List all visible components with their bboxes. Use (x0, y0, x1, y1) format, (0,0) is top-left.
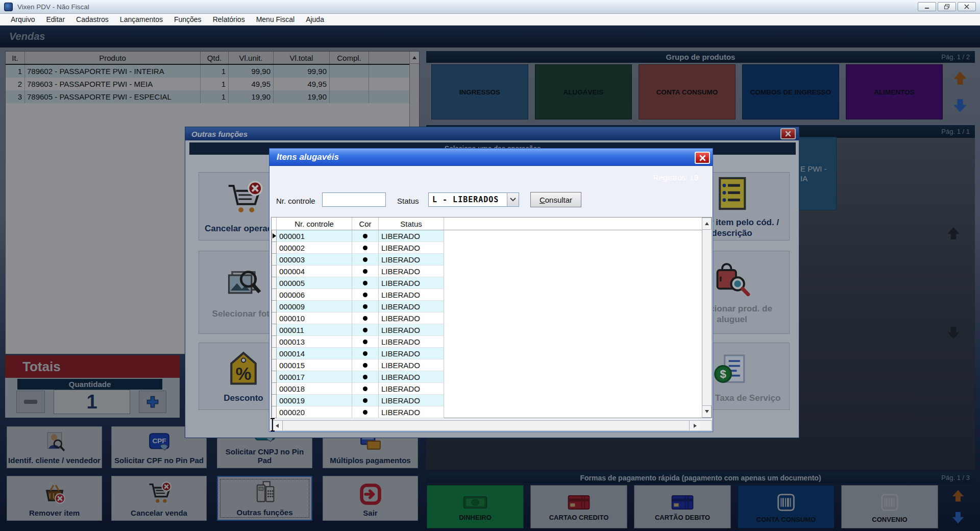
color-dot-icon (363, 340, 368, 344)
cell-status: LIBERADO (379, 383, 444, 395)
cell-nr-controle: 000018 (277, 383, 352, 395)
itens-dialog-close-button[interactable] (695, 152, 710, 164)
cell-nr-controle: 000020 (277, 406, 352, 418)
rental-row[interactable]: 000010LIBERADO (272, 312, 703, 324)
rental-row[interactable]: 000009LIBERADO (272, 301, 703, 312)
consultar-button[interactable]: Consultar (530, 192, 581, 207)
rental-row[interactable]: 000018LIBERADO (272, 383, 703, 395)
cell-cor (352, 254, 379, 266)
cell-nr-controle: 000006 (277, 289, 352, 301)
app-window: Vixen PDV - Não Fiscal ArquivoEditarCada… (0, 0, 980, 531)
current-row-marker (273, 233, 276, 238)
rental-row[interactable]: 000003LIBERADO (272, 254, 703, 266)
cell-cor (352, 406, 379, 418)
close-icon (964, 4, 970, 10)
rental-row[interactable]: 000004LIBERADO (272, 266, 703, 277)
column-header-nr-controle: Nr. controle (277, 218, 352, 230)
restore-button[interactable] (938, 2, 956, 11)
rental-table-hscrollbar[interactable] (271, 420, 712, 431)
color-dot-icon (363, 363, 368, 368)
row-gutter (272, 242, 277, 254)
cell-status: LIBERADO (379, 289, 444, 301)
cell-cor (352, 289, 379, 301)
rental-row[interactable]: 000014LIBERADO (272, 348, 703, 359)
nr-controle-label: Nr. controle (276, 197, 315, 205)
cell-status: LIBERADO (379, 230, 444, 242)
color-dot-icon (363, 246, 368, 250)
rental-row[interactable]: 000011LIBERADO (272, 324, 703, 336)
rental-row[interactable]: 000005LIBERADO (272, 277, 703, 289)
rental-row[interactable]: 000002LIBERADO (272, 242, 703, 254)
row-gutter-header (272, 218, 277, 230)
color-dot-icon (363, 234, 368, 238)
rental-row[interactable]: 000017LIBERADO (272, 371, 703, 383)
cell-cor (352, 266, 379, 277)
cell-cor (352, 230, 379, 242)
menu-item-ajuda[interactable]: Ajuda (300, 14, 330, 25)
window-titlebar: Vixen PDV - Não Fiscal (0, 0, 980, 14)
cell-nr-controle: 000015 (277, 359, 352, 371)
cell-nr-controle: 000014 (277, 348, 352, 359)
window-title: Vixen PDV - Não Fiscal (17, 3, 89, 11)
itens-dialog-titlebar: Itens alugavéis (270, 149, 713, 166)
cell-cor (352, 359, 379, 371)
row-gutter (272, 254, 277, 266)
row-gutter (272, 230, 277, 242)
cell-status: LIBERADO (379, 336, 444, 348)
menu-item-arquivo[interactable]: Arquivo (5, 14, 40, 25)
row-gutter (272, 359, 277, 371)
menu-item-funcoes[interactable]: Funções (168, 14, 207, 25)
rental-row[interactable]: 000013LIBERADO (272, 336, 703, 348)
chevron-down-icon[interactable] (507, 193, 519, 206)
cell-status: LIBERADO (379, 395, 444, 406)
rental-table-header: Nr. controleCorStatus (272, 218, 703, 230)
menu-item-menu-fiscal[interactable]: Menu Fiscal (251, 14, 300, 25)
rental-row[interactable]: 000020LIBERADO (272, 406, 703, 418)
cell-cor (352, 242, 379, 254)
minimize-icon (924, 4, 929, 9)
menu-item-editar[interactable]: Editar (40, 14, 70, 25)
color-dot-icon (363, 375, 368, 379)
scroll-right-button[interactable] (689, 421, 700, 430)
rental-row[interactable]: 000006LIBERADO (272, 289, 703, 301)
cell-nr-controle: 000013 (277, 336, 352, 348)
menu-item-cadastros[interactable]: Cadastros (70, 14, 114, 25)
color-dot-icon (363, 316, 368, 321)
color-dot-icon (363, 304, 368, 309)
scroll-down-button[interactable] (702, 405, 712, 418)
cell-status: LIBERADO (379, 266, 444, 277)
row-gutter (272, 406, 277, 418)
cell-status: LIBERADO (379, 324, 444, 336)
text-cursor-icon (270, 418, 275, 431)
cell-cor (352, 277, 379, 289)
menu-item-relatorios[interactable]: Relatórios (207, 14, 251, 25)
cell-nr-controle: 000010 (277, 312, 352, 324)
rental-row[interactable]: 000019LIBERADO (272, 395, 703, 406)
close-button[interactable] (958, 2, 976, 11)
close-icon (699, 154, 706, 162)
itens-dialog-title: Itens alugavéis (277, 152, 339, 162)
cell-cor (352, 336, 379, 348)
consultar-label: Consultar (540, 196, 572, 204)
column-header-cor: Cor (352, 218, 379, 230)
scroll-up-button[interactable] (702, 218, 712, 230)
row-gutter (272, 348, 277, 359)
cell-nr-controle: 000005 (277, 277, 352, 289)
nr-controle-input[interactable] (322, 192, 386, 207)
cell-cor (352, 324, 379, 336)
scroll-left-icon (275, 423, 280, 428)
row-gutter (272, 395, 277, 406)
menu-item-lancamentos[interactable]: Lançamentos (114, 14, 168, 25)
rental-table-vscrollbar[interactable] (702, 218, 712, 418)
cell-nr-controle: 000003 (277, 254, 352, 266)
menu-bar: ArquivoEditarCadastrosLançamentosFunções… (0, 14, 980, 26)
color-dot-icon (363, 293, 368, 297)
rental-row[interactable]: 000015LIBERADO (272, 359, 703, 371)
registros-count: Registros: 19 (604, 173, 698, 182)
status-select[interactable]: L - LIBERADOS (428, 192, 519, 207)
cell-status: LIBERADO (379, 254, 444, 266)
cell-cor (352, 371, 379, 383)
column-header-status: Status (379, 218, 444, 230)
minimize-button[interactable] (918, 2, 936, 11)
rental-row[interactable]: 000001LIBERADO (272, 230, 703, 242)
